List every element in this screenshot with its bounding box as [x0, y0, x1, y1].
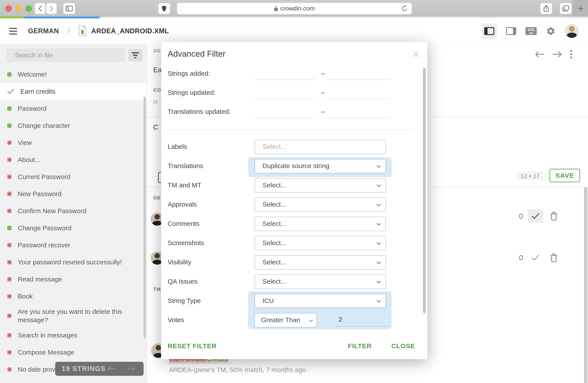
source-string-label-partial: SO: [153, 48, 161, 54]
forward-button[interactable]: [46, 3, 57, 14]
previous-string-button[interactable]: [535, 51, 545, 58]
apply-filter-button[interactable]: FILTER: [348, 342, 372, 350]
votes-value-input[interactable]: 2: [336, 313, 389, 326]
browser-sidebar-toggle-button[interactable]: [63, 3, 75, 14]
tm-and-mt-select[interactable]: Select...: [255, 178, 386, 193]
field-value: Select...: [262, 198, 385, 211]
string-label: Password: [18, 104, 47, 113]
range-to-input[interactable]: [327, 89, 389, 99]
string-list-item[interactable]: Password: [0, 100, 147, 117]
browser-toolbar: crowdin.com +: [0, 0, 588, 17]
string-list-item[interactable]: Your password reseted successully!: [0, 254, 147, 271]
sidebar-scrollbar[interactable]: [144, 97, 146, 338]
range-to-input[interactable]: [327, 70, 389, 80]
menu-icon[interactable]: [9, 28, 17, 35]
string-list-item[interactable]: Earn credits: [0, 83, 147, 100]
string-type-select[interactable]: ICU: [255, 294, 386, 308]
field-value: Select...: [262, 256, 385, 269]
chevron-down-icon: [376, 300, 381, 303]
window-close-button[interactable]: [5, 5, 12, 12]
reset-filter-button[interactable]: RESET FILTER: [168, 342, 216, 350]
tabs-overview-button[interactable]: [560, 3, 572, 14]
address-bar[interactable]: crowdin.com: [177, 3, 412, 14]
save-button[interactable]: SAVE: [549, 169, 580, 182]
next-string-button[interactable]: [552, 51, 562, 58]
string-list-item[interactable]: Are you sure you want to delete this mes…: [0, 305, 147, 327]
layout-side-by-side-button[interactable]: [482, 23, 497, 39]
vote-count: 0: [517, 212, 525, 220]
visibility-select[interactable]: Select...: [255, 255, 386, 270]
tm-section-label-partial: TM: [153, 286, 161, 292]
language-label-partial: GE: [153, 195, 161, 201]
browser-window: crowdin.com + GERMAN ARDEA_ANDROID.XML: [0, 0, 588, 383]
chevron-down-icon: [376, 223, 381, 226]
comments-select[interactable]: Select...: [255, 217, 386, 231]
labels-input[interactable]: Select...: [255, 140, 386, 154]
breadcrumb-language[interactable]: GERMAN: [28, 27, 59, 35]
advanced-filter-modal: Advanced Filter Strings added: – Strings…: [161, 42, 427, 359]
string-list-item[interactable]: Read message: [0, 271, 147, 288]
string-label: Change Password: [18, 224, 71, 232]
modal-scrollbar[interactable]: [423, 68, 426, 313]
translations-select[interactable]: Duplicate source string: [255, 159, 386, 173]
layout-right-panel-button[interactable]: [506, 27, 516, 35]
filter-field-row: Visibility Select...: [168, 253, 415, 272]
privacy-shield-button[interactable]: [158, 3, 170, 14]
qa-issues-select[interactable]: Select...: [255, 274, 386, 289]
chevron-down-icon: [376, 203, 381, 206]
check-icon: [531, 254, 540, 261]
delete-button[interactable]: [550, 211, 558, 221]
string-list-item[interactable]: Compose Message: [0, 344, 147, 361]
string-status-icon: [7, 141, 12, 145]
filter-field-row: QA Issues Select...: [168, 272, 415, 291]
range-from-input[interactable]: [255, 70, 316, 80]
settings-button[interactable]: [546, 26, 556, 36]
share-button[interactable]: [540, 3, 552, 14]
keyboard-shortcuts-button[interactable]: [525, 27, 537, 35]
kebab-menu-button[interactable]: [570, 49, 573, 59]
string-label: Welcome!: [18, 70, 47, 79]
string-list-item[interactable]: Password recover: [0, 237, 147, 254]
approve-button[interactable]: [527, 251, 543, 264]
approvals-select[interactable]: Select...: [255, 197, 386, 212]
keyboard-icon: [525, 27, 537, 35]
range-from-input[interactable]: [255, 89, 316, 99]
string-list-item[interactable]: Change character: [0, 117, 147, 134]
string-list-item[interactable]: Current Password: [0, 168, 147, 185]
string-list-item[interactable]: View: [0, 134, 147, 151]
next-page-icon[interactable]: [126, 365, 136, 372]
range-to-input[interactable]: [327, 108, 389, 118]
range-from-input[interactable]: [255, 108, 316, 118]
search-input[interactable]: Search in file: [7, 48, 125, 62]
string-status-icon: [7, 367, 12, 372]
reload-icon[interactable]: [401, 5, 408, 13]
field-value: Select...: [262, 275, 385, 288]
string-list-item[interactable]: Confirm New Password: [0, 202, 147, 220]
string-list-item[interactable]: Change Password: [0, 220, 147, 237]
approve-button[interactable]: [527, 209, 543, 223]
close-button[interactable]: CLOSE: [391, 342, 415, 350]
previous-page-icon[interactable]: [107, 365, 116, 372]
user-avatar[interactable]: [565, 24, 579, 38]
filter-button[interactable]: [128, 49, 143, 61]
window-minimize-button[interactable]: [15, 5, 22, 12]
delete-button[interactable]: [550, 253, 558, 262]
search-placeholder: Search in file: [15, 51, 53, 59]
divider: [168, 130, 415, 130]
string-list-item[interactable]: About...: [0, 151, 147, 168]
string-list-item[interactable]: Welcome!: [0, 66, 147, 83]
votes-operator-select[interactable]: Greater Than: [255, 313, 317, 327]
string-list-item[interactable]: Book: [0, 288, 147, 305]
field-value: Duplicate source string: [262, 159, 385, 172]
string-list-item[interactable]: New Password: [0, 185, 147, 202]
screenshots-select[interactable]: Select...: [255, 236, 386, 250]
strings-pager: 19 STRINGS: [55, 362, 144, 376]
new-tab-button[interactable]: +: [573, 0, 588, 16]
back-button[interactable]: [35, 3, 45, 14]
window-zoom-button[interactable]: [25, 5, 32, 12]
string-status-icon: [7, 294, 12, 299]
main-scrollbar[interactable]: [584, 187, 587, 383]
string-list-item[interactable]: Search in messages: [0, 327, 147, 344]
string-label: Your password reseted successully!: [18, 258, 122, 266]
close-icon[interactable]: [412, 51, 420, 58]
